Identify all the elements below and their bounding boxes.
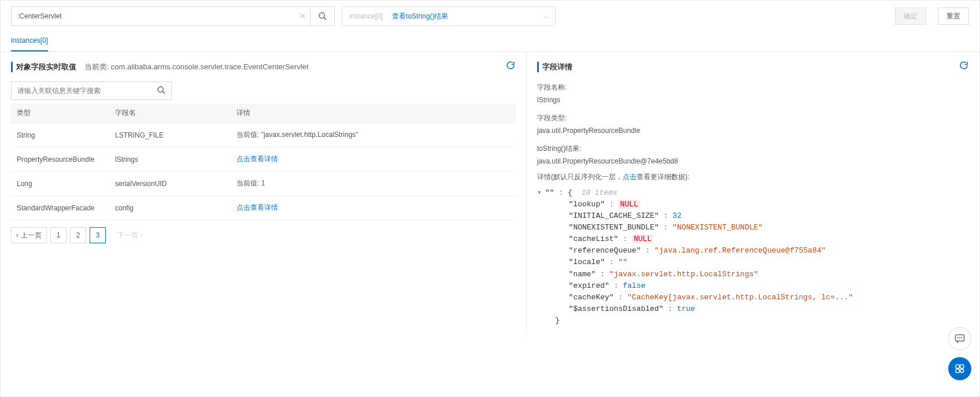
svg-point-0 (319, 13, 324, 18)
svg-line-3 (162, 91, 165, 94)
table-row: StandardWrapperFacadeconfig点击查看详情 (11, 196, 516, 220)
confirm-button[interactable]: 确定 (895, 8, 926, 25)
cell-type: Long (11, 172, 109, 196)
detail-header: 详情(默认只反序列化一层，点击查看更详细数据): (537, 171, 969, 184)
refresh-icon (959, 60, 969, 71)
table-row: PropertyResourceBundlelStrings点击查看详情 (11, 147, 516, 172)
tab-instances0[interactable]: instances[0] (11, 32, 48, 51)
left-title-text: 对象字段实时取值 (16, 62, 76, 71)
chevron-down-icon: ⌵ (544, 12, 548, 20)
current-class: 当前类: com.alibaba.arms.console.servlet.tr… (84, 62, 309, 71)
cell-detail: 当前值: 1 (231, 172, 516, 196)
caret-down-icon[interactable]: ▾ (537, 187, 545, 199)
next-page: 下一页› (113, 227, 147, 243)
field-search-group (11, 81, 172, 100)
json-row: "referenceQueue" : "java.lang.ref.Refere… (537, 245, 969, 257)
json-tree: ▾"" : { 10 items "lookup" : NULL "INITIA… (537, 187, 969, 327)
svg-line-1 (324, 17, 326, 20)
search-icon (318, 12, 327, 21)
json-row: "locale" : "" (537, 257, 969, 268)
field-search-button[interactable] (151, 86, 171, 97)
col-type: 类型 (11, 103, 109, 123)
col-field: 字段名 (109, 103, 231, 123)
json-row: "$assertionsDisabled" : true (537, 303, 969, 315)
cell-detail[interactable]: 点击查看详情 (231, 147, 516, 172)
field-type-value: java.util.PropertyResourceBundle (537, 127, 969, 135)
json-row: "NONEXISTENT_BUNDLE" : "NONEXISTENT_BUND… (537, 222, 969, 233)
cell-type: PropertyResourceBundle (11, 147, 109, 172)
cell-type: StandardWrapperFacade (11, 196, 109, 220)
cell-field: LSTRING_FILE (109, 123, 231, 147)
svg-point-6 (960, 337, 960, 338)
cell-type: String (11, 123, 109, 147)
tostring-value: java.util.PropertyResourceBundle@7e4e5bd… (537, 157, 969, 165)
json-row: "cacheList" : NULL (537, 233, 969, 245)
expand-detail-link[interactable]: 点击 (623, 173, 637, 181)
svg-rect-10 (956, 369, 959, 373)
json-row: "expired" : false (537, 280, 969, 292)
svg-point-5 (957, 337, 958, 338)
class-search-input[interactable] (12, 12, 295, 20)
instance-label: instance[0] (349, 12, 383, 20)
page-2[interactable]: 2 (70, 227, 86, 243)
col-detail: 详情 (231, 103, 516, 123)
table-row: StringLSTRING_FILE当前值: "javax.servlet.ht… (11, 123, 516, 147)
cell-field: config (109, 196, 231, 220)
cell-detail[interactable]: 点击查看详情 (231, 196, 516, 220)
search-button[interactable] (310, 7, 334, 25)
svg-rect-9 (960, 365, 964, 368)
svg-point-11 (960, 369, 964, 373)
detail-link[interactable]: 点击查看详情 (236, 203, 278, 212)
apps-fab[interactable] (948, 357, 971, 380)
clear-icon[interactable]: ✕ (295, 11, 310, 21)
page-1[interactable]: 1 (50, 227, 66, 243)
prev-page[interactable]: ‹上一页 (11, 227, 47, 243)
search-icon (157, 86, 166, 95)
refresh-left-button[interactable] (505, 60, 516, 73)
refresh-right-button[interactable] (959, 60, 969, 73)
instance-selector[interactable]: instance[0] 查看toString()结果 ⌵ (342, 6, 556, 26)
chat-icon (954, 333, 966, 344)
json-row: "name" : "javax.servlet.http.LocalString… (537, 269, 969, 280)
json-row: "INITIAL_CACHE_SIZE" : 32 (537, 210, 969, 222)
svg-point-2 (158, 87, 163, 92)
left-title: 对象字段实时取值 当前类: com.alibaba.arms.console.s… (11, 62, 309, 72)
cell-field: serialVersionUID (109, 172, 231, 196)
instance-tostring-link[interactable]: 查看toString()结果 (392, 12, 448, 21)
json-row: "cacheKey" : "CacheKey[javax.servlet.htt… (537, 292, 969, 303)
svg-point-7 (961, 337, 962, 338)
apps-icon (954, 363, 966, 374)
detail-link[interactable]: 点击查看详情 (236, 155, 278, 163)
class-search-group: ✕ (11, 6, 335, 26)
field-type-label: 字段类型: (537, 113, 969, 123)
json-row: "lookup" : NULL (537, 199, 969, 210)
cell-field: lStrings (109, 147, 231, 172)
field-name-value: lStrings (537, 96, 969, 104)
reset-button[interactable]: 重置 (938, 8, 969, 25)
fields-table: 类型 字段名 详情 StringLSTRING_FILE当前值: "javax.… (11, 103, 516, 220)
table-row: LongserialVersionUID当前值: 1 (11, 172, 516, 196)
tostring-label: toString()结果: (537, 144, 969, 154)
svg-rect-8 (956, 365, 959, 368)
pager: ‹上一页 123 下一页› (11, 227, 516, 243)
cell-detail: 当前值: "javax.servlet.http.LocalStrings" (231, 123, 516, 147)
right-title: 字段详情 (537, 62, 572, 72)
refresh-icon (505, 60, 516, 71)
page-3[interactable]: 3 (90, 227, 106, 243)
field-name-label: 字段名称: (537, 83, 969, 92)
chat-fab[interactable] (948, 327, 971, 350)
field-search-input[interactable] (12, 87, 151, 95)
